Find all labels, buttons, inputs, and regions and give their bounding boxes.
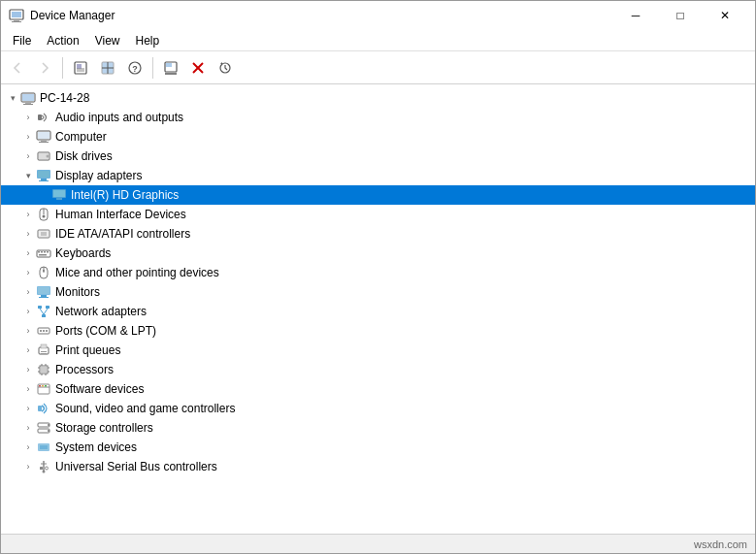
expand-root[interactable]: ▾	[5, 90, 20, 106]
tree-sound[interactable]: › Sound, video and game controllers	[1, 399, 755, 418]
uninstall-button[interactable]	[185, 55, 211, 81]
monitor-icon	[36, 284, 51, 300]
tree-software[interactable]: › Software devices	[1, 379, 755, 399]
svg-point-99	[43, 471, 46, 473]
tree-mice[interactable]: › Mice and other pointing devices	[1, 263, 755, 282]
status-bar: wsxdn.com	[1, 534, 755, 553]
tree-audio[interactable]: › Audio inputs and outputs	[1, 108, 755, 127]
expand-network[interactable]: ›	[20, 304, 36, 319]
tree-root[interactable]: ▾ PC-14-28	[1, 88, 755, 108]
help-button[interactable]: ?	[122, 55, 148, 81]
system-label: System devices	[55, 440, 137, 454]
svg-rect-32	[38, 171, 49, 178]
expand-mice[interactable]: ›	[20, 265, 36, 280]
expand-disk[interactable]: ›	[20, 148, 36, 164]
minimize-button[interactable]: ─	[613, 1, 658, 30]
svg-rect-84	[42, 385, 44, 387]
svg-rect-85	[45, 385, 47, 387]
processors-label: Processors	[55, 363, 114, 376]
expand-print[interactable]: ›	[20, 342, 36, 358]
expand-audio[interactable]: ›	[20, 110, 36, 125]
svg-point-53	[43, 270, 45, 272]
sound-icon	[36, 401, 51, 416]
back-button[interactable]	[5, 55, 30, 81]
svg-rect-70	[41, 353, 47, 354]
maximize-button[interactable]: □	[658, 1, 703, 30]
svg-rect-3	[12, 21, 21, 22]
tree-print[interactable]: › Print queues	[1, 341, 755, 360]
tree-storage[interactable]: › Storage controllers	[1, 418, 755, 438]
svg-rect-97	[40, 467, 43, 470]
svg-rect-34	[39, 180, 49, 181]
print-label: Print queues	[55, 343, 120, 357]
tree-processors[interactable]: › Processors	[1, 360, 755, 379]
expand-usb[interactable]: ›	[20, 459, 36, 474]
expand-hid[interactable]: ›	[20, 207, 36, 222]
toggle-view-button[interactable]	[95, 55, 120, 81]
hid-label: Human Interface Devices	[55, 208, 186, 221]
tree-display[interactable]: ▾ Display adapters	[1, 166, 755, 185]
software-icon	[36, 381, 51, 397]
keyboard-icon	[36, 245, 51, 261]
expand-monitors[interactable]: ›	[20, 284, 36, 300]
menu-help[interactable]: Help	[128, 30, 168, 50]
expand-processors[interactable]: ›	[20, 362, 36, 377]
tree-keyboards[interactable]: › Keyboards	[1, 244, 755, 263]
svg-text:?: ?	[132, 64, 138, 74]
processor-icon	[36, 362, 51, 377]
forward-button[interactable]	[32, 55, 57, 81]
svg-point-90	[48, 430, 49, 432]
svg-rect-14	[166, 63, 172, 67]
svg-rect-58	[38, 306, 42, 309]
display-icon	[36, 168, 51, 183]
mice-icon	[36, 265, 51, 280]
expand-ide[interactable]: ›	[20, 226, 36, 242]
svg-point-98	[46, 467, 49, 470]
svg-line-62	[44, 309, 48, 314]
svg-rect-46	[38, 251, 40, 253]
menu-view[interactable]: View	[87, 30, 128, 50]
expand-display[interactable]: ▾	[20, 168, 36, 183]
svg-rect-50	[39, 254, 47, 256]
expand-ports[interactable]: ›	[20, 323, 36, 339]
expand-software[interactable]: ›	[20, 381, 36, 397]
expand-storage[interactable]: ›	[20, 420, 36, 436]
tree-computer[interactable]: › Computer	[1, 127, 755, 147]
tree-hid[interactable]: › Human Interface Devices	[1, 205, 755, 224]
svg-rect-37	[56, 198, 62, 200]
software-label: Software devices	[55, 382, 144, 396]
scan-hardware-button[interactable]	[213, 55, 238, 81]
expand-sound[interactable]: ›	[20, 401, 36, 416]
svg-rect-47	[41, 251, 43, 253]
menu-action[interactable]: Action	[39, 30, 86, 50]
tree-ide[interactable]: › IDE ATA/ATAPI controllers	[1, 224, 755, 244]
svg-rect-27	[39, 142, 49, 143]
svg-rect-25	[38, 132, 49, 139]
tree-intel-hd[interactable]: › Intel(R) HD Graphics	[1, 185, 755, 205]
tree-network[interactable]: › Network adapters	[1, 302, 755, 321]
scan-button[interactable]	[158, 55, 183, 81]
svg-rect-59	[46, 306, 49, 309]
tree-monitors[interactable]: › Monitors	[1, 282, 755, 302]
expand-computer[interactable]: ›	[20, 129, 36, 145]
svg-rect-68	[41, 344, 47, 348]
tree-system[interactable]: › System devices	[1, 438, 755, 457]
monitors-label: Monitors	[55, 285, 100, 299]
tree-disk[interactable]: › Disk drives	[1, 147, 755, 166]
ide-icon	[36, 226, 51, 242]
computer-icon	[36, 129, 51, 145]
window-controls: ─ □ ✕	[613, 1, 747, 30]
svg-rect-86	[38, 406, 42, 411]
svg-point-40	[43, 215, 46, 218]
audio-label: Audio inputs and outputs	[55, 111, 183, 124]
close-button[interactable]: ✕	[703, 1, 747, 30]
tree-ports[interactable]: › Ports (COM & LPT)	[1, 321, 755, 341]
svg-rect-69	[41, 351, 47, 352]
menu-file[interactable]: File	[5, 30, 39, 50]
ports-label: Ports (COM & LPT)	[55, 324, 156, 338]
expand-keyboards[interactable]: ›	[20, 245, 36, 261]
properties-button[interactable]	[68, 55, 93, 81]
tree-usb[interactable]: › Universal Serial Bus controllers	[1, 457, 755, 476]
device-tree[interactable]: ▾ PC-14-28 ›	[1, 84, 755, 534]
expand-system[interactable]: ›	[20, 440, 36, 455]
